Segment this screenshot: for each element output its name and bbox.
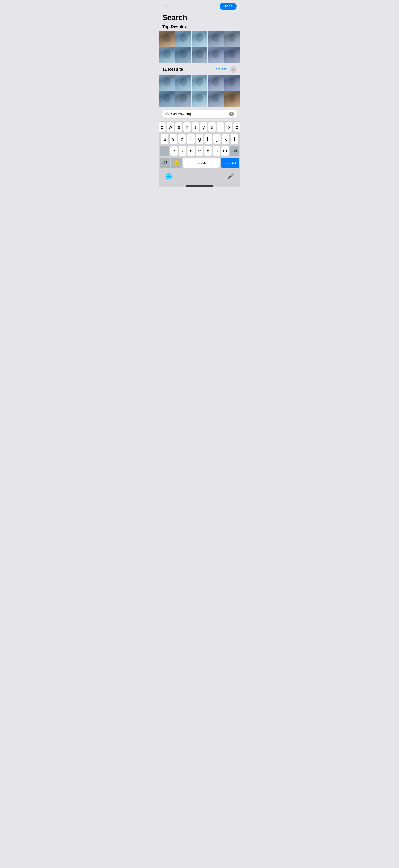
- key-n[interactable]: n: [213, 146, 220, 156]
- result-photo-6[interactable]: [159, 91, 175, 107]
- back-chevron-icon: ‹: [165, 3, 167, 9]
- select-button[interactable]: Select: [214, 66, 228, 72]
- clear-icon: ✕: [230, 112, 233, 116]
- keyboard-row-3: ⇧ z x c v b n m ⌫: [160, 146, 239, 156]
- result-photo-5[interactable]: [224, 75, 240, 91]
- key-m[interactable]: m: [221, 146, 229, 156]
- top-photo-2[interactable]: [175, 31, 191, 47]
- home-bar: [186, 186, 213, 187]
- results-grid: [159, 75, 240, 107]
- key-r[interactable]: r: [184, 123, 191, 132]
- keyboard-row-4: 123 🙂 space search: [160, 158, 239, 167]
- key-y[interactable]: y: [200, 123, 207, 132]
- key-h[interactable]: h: [204, 134, 212, 144]
- key-d[interactable]: d: [178, 134, 186, 144]
- result-photo-4[interactable]: [208, 75, 224, 91]
- delete-key[interactable]: ⌫: [230, 146, 239, 156]
- key-q[interactable]: q: [159, 123, 166, 132]
- keyboard-row-2: a s d f g h j k l: [160, 134, 239, 144]
- top-photo-3[interactable]: [192, 31, 207, 47]
- top-photo-5[interactable]: [224, 31, 240, 47]
- key-s[interactable]: s: [170, 134, 177, 144]
- result-photo-1[interactable]: [159, 75, 175, 91]
- globe-icon[interactable]: 🌐: [165, 173, 172, 180]
- results-count: 11 Results: [162, 67, 183, 72]
- space-key[interactable]: space: [183, 158, 220, 167]
- key-l[interactable]: l: [231, 134, 238, 144]
- key-o[interactable]: o: [225, 123, 232, 132]
- search-bar-container: 🔍 Girl frowning ✕: [159, 107, 240, 121]
- mic-icon[interactable]: 🎤: [227, 173, 234, 180]
- header: ‹ Done: [159, 0, 240, 12]
- emoji-key[interactable]: 🙂: [171, 158, 181, 167]
- key-g[interactable]: g: [196, 134, 203, 144]
- key-j[interactable]: j: [213, 134, 221, 144]
- key-i[interactable]: i: [217, 123, 224, 132]
- key-x[interactable]: x: [179, 146, 186, 156]
- key-a[interactable]: a: [161, 134, 168, 144]
- key-f[interactable]: f: [187, 134, 195, 144]
- done-button[interactable]: Done: [220, 3, 237, 10]
- result-photo-2[interactable]: [175, 75, 191, 91]
- result-photo-10[interactable]: [224, 91, 240, 107]
- top-photo-8[interactable]: [192, 47, 207, 63]
- keyboard: q w e r t y u i o p a s d f g h j k l ⇧ …: [159, 121, 240, 171]
- result-photo-9[interactable]: [208, 91, 224, 107]
- search-bar[interactable]: 🔍 Girl frowning ✕: [162, 110, 237, 118]
- key-k[interactable]: k: [222, 134, 229, 144]
- key-z[interactable]: z: [170, 146, 178, 156]
- top-photo-9[interactable]: [208, 47, 224, 63]
- key-t[interactable]: t: [192, 123, 199, 132]
- back-button[interactable]: ‹: [162, 2, 170, 10]
- sort-button[interactable]: ↕: [230, 66, 237, 73]
- top-photo-4[interactable]: [208, 31, 224, 47]
- sort-icon: ↕: [233, 68, 234, 71]
- keyboard-row-1: q w e r t y u i o p: [160, 123, 239, 132]
- key-e[interactable]: e: [175, 123, 182, 132]
- page-title: Search: [159, 12, 240, 23]
- search-key[interactable]: search: [221, 158, 239, 167]
- search-icon: 🔍: [165, 112, 170, 116]
- numbers-key[interactable]: 123: [160, 158, 170, 167]
- top-photo-10[interactable]: [224, 47, 240, 63]
- top-photo-6[interactable]: [159, 47, 175, 63]
- top-results-label: Top Results: [159, 23, 240, 31]
- bottom-bar: 🌐 🎤: [159, 171, 240, 184]
- search-input-text[interactable]: Girl frowning: [171, 112, 228, 116]
- key-u[interactable]: u: [208, 123, 215, 132]
- top-results-grid: [159, 31, 240, 63]
- shift-key[interactable]: ⇧: [160, 146, 169, 156]
- top-photo-7[interactable]: [175, 47, 191, 63]
- results-bar: 11 Results Select ↕: [159, 63, 240, 75]
- top-photo-1[interactable]: [159, 31, 175, 47]
- clear-search-button[interactable]: ✕: [229, 112, 234, 116]
- results-actions: Select ↕: [214, 66, 237, 73]
- result-photo-7[interactable]: [175, 91, 191, 107]
- key-c[interactable]: c: [188, 146, 195, 156]
- key-p[interactable]: p: [233, 123, 240, 132]
- result-photo-8[interactable]: [192, 91, 207, 107]
- key-v[interactable]: v: [196, 146, 203, 156]
- home-indicator: [159, 184, 240, 187]
- key-b[interactable]: b: [204, 146, 211, 156]
- result-photo-3[interactable]: [192, 75, 207, 91]
- key-w[interactable]: w: [167, 123, 174, 132]
